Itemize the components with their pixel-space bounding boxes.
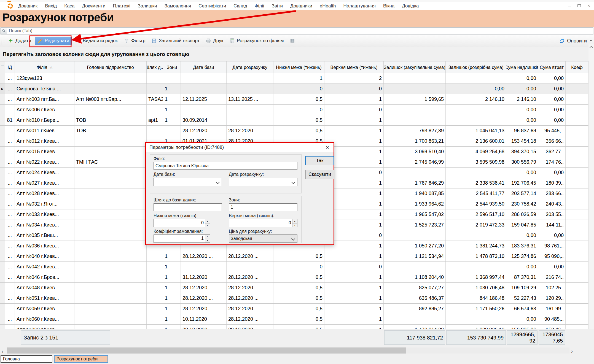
table-cell[interactable]: 4 069 254,68 (446, 147, 506, 157)
table-cell[interactable] (566, 251, 588, 261)
table-cell[interactable] (566, 147, 588, 157)
table-cell[interactable] (384, 230, 446, 241)
zones-input[interactable]: 1 (229, 203, 297, 211)
table-cell[interactable]: 1 (324, 115, 384, 125)
table-cell[interactable] (147, 304, 163, 314)
column-header-14[interactable]: Коеф (566, 61, 588, 73)
table-cell[interactable]: Апт №033 г.Киев... (15, 209, 74, 220)
table-cell[interactable]: 183 376,31 (506, 241, 538, 251)
table-cell[interactable] (74, 188, 147, 199)
column-header-9[interactable]: Верхня межа (тижень) (324, 61, 384, 73)
table-cell[interactable] (147, 84, 163, 94)
menu-item-2[interactable]: Каса (64, 3, 74, 9)
table-cell[interactable]: ТМН ТАС (74, 157, 147, 167)
menu-item-3[interactable]: Документи (82, 3, 106, 9)
table-row[interactable]: ...Апт №048 г.Киев...128.12.2020 ...28.1… (0, 283, 588, 293)
table-cell[interactable]: ... (5, 168, 15, 178)
menu-item-5[interactable]: Залишки (138, 3, 157, 9)
table-cell[interactable]: 0,5 (273, 272, 324, 282)
column-header-12[interactable]: Сума надлишків (506, 61, 538, 73)
table-cell[interactable]: 2 596 517,10 (446, 209, 506, 220)
table-cell[interactable] (147, 272, 163, 282)
table-cell[interactable]: Апт №040 г.Киев... (15, 251, 74, 261)
table-cell[interactable]: ... (5, 220, 15, 230)
add-button[interactable]: +Додати (6, 37, 34, 45)
menu-item-11[interactable]: Довідники (290, 3, 312, 9)
table-cell[interactable]: 362 77.. (538, 147, 566, 157)
table-cell[interactable] (74, 105, 147, 115)
table-cell[interactable]: Апт №059 г.Киев... (15, 304, 74, 314)
table-cell[interactable]: 0,00 (506, 84, 538, 94)
column-header-6[interactable]: Дата бази (181, 61, 227, 73)
table-cell[interactable] (566, 94, 588, 104)
table-cell[interactable] (566, 188, 588, 199)
table-cell[interactable]: 1 (163, 272, 181, 282)
table-cell[interactable]: 0,00 (538, 115, 566, 125)
table-row[interactable]: ...Апт №003 пгт.Ба...Апт №003 пгт.Бар...… (0, 94, 588, 105)
table-cell[interactable] (147, 105, 163, 115)
column-header-3[interactable]: Головне підприємство (74, 61, 147, 73)
table-cell[interactable]: 1 (324, 94, 384, 104)
table-cell[interactable]: 1 050 277,20 (384, 241, 446, 251)
table-cell[interactable]: 0 (273, 262, 324, 272)
table-cell[interactable] (147, 73, 163, 83)
table-cell[interactable]: 2 545 411,77 (446, 188, 506, 199)
table-cell[interactable] (446, 105, 506, 115)
table-cell[interactable]: 28.12.2020 ... (181, 325, 227, 329)
table-cell[interactable] (446, 73, 506, 83)
table-row[interactable]: ...Апт №040 г.Киев...128.12.2020 ...28.1… (0, 251, 588, 262)
table-cell[interactable]: 1 (163, 115, 181, 125)
scroll-right-icon[interactable]: › (571, 349, 573, 354)
menu-item-8[interactable]: Склад (233, 3, 247, 9)
upper-limit-spinner[interactable]: 0 ▲▼ (229, 219, 297, 227)
table-cell[interactable] (74, 209, 147, 220)
tab-current-page[interactable]: Розрахунок потреби (54, 355, 108, 363)
table-cell[interactable] (566, 241, 588, 251)
table-cell[interactable]: 1 (163, 262, 181, 272)
table-cell[interactable] (147, 314, 163, 324)
column-header-7[interactable]: Дата розрахунку (227, 61, 273, 73)
table-cell[interactable]: 2 146,10 (506, 94, 538, 104)
table-cell[interactable] (74, 168, 147, 178)
table-cell[interactable]: 28.12.2020 ... (181, 304, 227, 314)
menu-item-13[interactable]: Налаштування (343, 3, 376, 9)
table-cell[interactable] (147, 262, 163, 272)
table-cell[interactable] (163, 126, 181, 136)
table-cell[interactable]: 635 486,37 (384, 293, 446, 303)
table-cell[interactable]: 2 019 472,33 (446, 220, 506, 230)
table-cell[interactable]: TASA3 (147, 94, 163, 104)
price-type-select[interactable]: Заводская (229, 234, 297, 243)
table-cell[interactable]: Апт №042 г.Киев... (15, 262, 74, 272)
table-cell[interactable]: 125 374,86 (506, 251, 538, 261)
table-cell[interactable]: 28.12.2020 ... (227, 283, 273, 293)
search-input[interactable] (7, 28, 593, 33)
table-cell[interactable] (566, 220, 588, 230)
table-cell[interactable] (74, 73, 147, 83)
table-cell[interactable] (227, 84, 273, 94)
table-cell[interactable] (163, 73, 181, 83)
table-cell[interactable] (147, 251, 163, 261)
table-cell[interactable]: 300 556,79 (506, 157, 538, 167)
table-cell[interactable]: 0,00 (538, 262, 566, 272)
spin-down-icon[interactable]: ▼ (205, 239, 210, 243)
table-cell[interactable] (566, 73, 588, 83)
scroll-up-icon[interactable] (590, 46, 593, 49)
table-cell[interactable]: 1 (324, 325, 384, 329)
table-cell[interactable] (566, 304, 588, 314)
order-coef-spinner[interactable]: 1 ▲▼ (154, 234, 210, 243)
table-cell[interactable]: 28.12.2020 ... (227, 126, 273, 136)
table-cell[interactable]: ... (5, 84, 15, 94)
table-cell[interactable]: 0,00 (506, 115, 538, 125)
table-cell[interactable] (566, 272, 588, 282)
close-icon[interactable]: × (587, 3, 590, 8)
cancel-button[interactable]: Скасувати (305, 170, 334, 179)
table-cell[interactable]: 192 706,45 (506, 178, 538, 188)
scrollbar-track[interactable] (7, 347, 569, 354)
table-cell[interactable]: Апт №036 г.Киев... (15, 241, 74, 251)
table-cell[interactable]: 3 595 509,98 (446, 157, 506, 167)
table-cell[interactable]: 12.11.2025 (181, 94, 227, 104)
table-cell[interactable] (181, 84, 227, 94)
menu-item-15[interactable]: Довідка (402, 3, 419, 9)
table-cell[interactable]: 144 11.. (538, 220, 566, 230)
table-cell[interactable]: 174 76.. (538, 157, 566, 167)
